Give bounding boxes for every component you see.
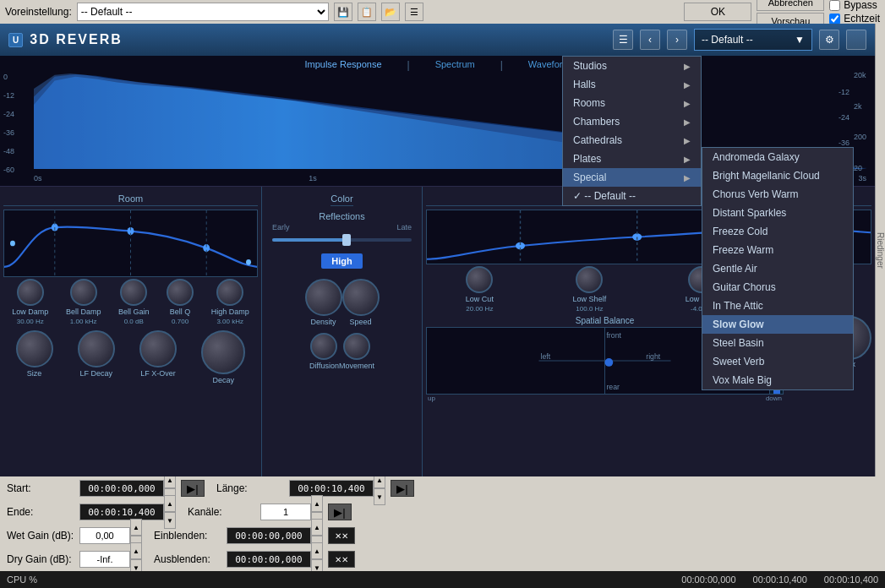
submenu-chorus-verb[interactable]: Chorus Verb Warm [702, 185, 853, 204]
voreinstellung-label: Voreinstellung: [5, 6, 72, 18]
wet-gain-input[interactable] [79, 527, 130, 544]
kanaele-transport-btn[interactable]: ▶| [328, 504, 352, 520]
laenge-transport-btn[interactable]: ▶| [391, 480, 414, 497]
high-damp-knob[interactable] [216, 279, 243, 306]
high-button[interactable]: High [321, 253, 362, 269]
size-label: Size [27, 369, 42, 378]
decay-container: Decay [201, 330, 245, 384]
einblenden-input[interactable] [227, 527, 311, 544]
movement-knob[interactable] [343, 333, 370, 360]
ausblenden-spin-up[interactable]: ▲ [311, 542, 323, 559]
einblenden-spin-up[interactable]: ▲ [311, 519, 323, 536]
submenu-bright-magellanic[interactable]: Bright Magellanic Cloud [702, 166, 853, 185]
submenu-freeze-cold[interactable]: Freeze Cold [702, 222, 853, 241]
kanaele-spin-up[interactable]: ▲ [311, 495, 323, 512]
density-knob[interactable] [305, 279, 342, 316]
low-shelf-knob[interactable] [576, 266, 603, 293]
laenge-input[interactable] [289, 480, 374, 497]
submenu-distant-sparkles[interactable]: Distant Sparkles [702, 204, 853, 222]
submenu-gentle-air[interactable]: Gentle Air [702, 259, 853, 278]
svg-text:rear: rear [606, 383, 620, 391]
density-speed-row: Density Speed [305, 279, 380, 326]
menu-header-btn[interactable]: ☰ [613, 30, 633, 50]
cpu-label: CPU % [7, 574, 37, 585]
submenu-andromeda[interactable]: Andromeda Galaxy [702, 148, 853, 166]
dropdown-special[interactable]: Special▶ [563, 168, 701, 187]
einblenden-icon-btn[interactable]: ✕✕ [328, 527, 355, 544]
dry-gain-spin-up[interactable]: ▲ [130, 542, 142, 559]
dropdown-default[interactable]: ✓ -- Default -- [563, 187, 701, 205]
dry-gain-input[interactable] [79, 551, 130, 568]
submenu-guitar-chorus[interactable]: Guitar Chorus [702, 278, 853, 297]
abbrechen-button[interactable]: Abbrechen [757, 0, 824, 11]
save-as-button[interactable]: 📋 [358, 3, 376, 21]
echtzeit-checkbox[interactable] [829, 14, 840, 24]
bell-q-knob[interactable] [167, 279, 194, 306]
tab-spectrum[interactable]: Spectrum [435, 59, 475, 71]
dropdown-cathedrals[interactable]: Cathedrals▶ [563, 131, 701, 150]
ok-button[interactable]: OK [684, 3, 751, 21]
svg-point-23 [605, 358, 614, 367]
low-damp-knob[interactable] [17, 279, 44, 306]
menu-button[interactable]: ☰ [405, 3, 423, 21]
submenu-freeze-warm[interactable]: Freeze Warm [702, 241, 853, 259]
dropdown-chambers[interactable]: Chambers▶ [563, 112, 701, 131]
kanaele-input[interactable] [260, 504, 311, 520]
reflections-slider[interactable] [272, 238, 412, 242]
lf-decay-container: LF Decay [78, 330, 115, 384]
diffusion-container: Diffusion [309, 333, 339, 370]
dropdown-halls[interactable]: Halls▶ [563, 75, 701, 94]
room-header: Room [3, 190, 258, 206]
reflections-label: Reflections [272, 211, 412, 221]
tab-impulse-response[interactable]: Impulse Response [304, 59, 381, 71]
dropdown-plates[interactable]: Plates▶ [563, 150, 701, 168]
load-button[interactable]: 📂 [381, 3, 400, 21]
ausblenden-input[interactable] [227, 551, 311, 568]
bell-damp-container: Bell Damp 1.00 kHz [66, 279, 101, 325]
color-section: Color Reflections Early Late [262, 187, 423, 476]
bell-gain-container: Bell Gain 0.0 dB [118, 279, 150, 325]
lf-decay-knob[interactable] [78, 330, 115, 368]
prev-preset-btn[interactable]: ‹ [640, 30, 660, 50]
start-input[interactable] [79, 480, 164, 497]
low-cut-label: Low Cut [466, 295, 494, 303]
power-btn[interactable] [846, 30, 866, 50]
submenu-sweet-verb[interactable]: Sweet Verb [702, 352, 853, 371]
ausblenden-icon-btn[interactable]: ✕✕ [328, 551, 355, 568]
lf-xover-knob[interactable] [139, 330, 177, 368]
start-transport-btn[interactable]: ▶| [181, 480, 205, 497]
bell-damp-knob[interactable] [70, 279, 97, 306]
ende-input[interactable] [79, 504, 164, 520]
eq-knobs-row: Low Damp 30.00 Hz Bell Damp 1.00 kHz Bel… [3, 279, 258, 325]
diffusion-knob[interactable] [310, 333, 337, 360]
ende-spin-up[interactable]: ▲ [164, 495, 176, 512]
save-button[interactable]: 💾 [334, 3, 352, 21]
preset-select[interactable]: -- Default -- [77, 3, 329, 21]
dropdown-rooms[interactable]: Rooms▶ [563, 94, 701, 112]
eq-display [3, 210, 258, 277]
low-cut-knob[interactable] [466, 266, 493, 293]
submenu-steel-basin[interactable]: Steel Basin [702, 334, 853, 352]
settings-btn[interactable]: ⚙ [819, 30, 839, 50]
next-preset-btn[interactable]: › [667, 30, 687, 50]
submenu-in-the-attic[interactable]: In The Attic [702, 297, 853, 315]
special-submenu: Andromeda Galaxy Bright Magellanic Cloud… [702, 147, 854, 390]
preset-dropdown[interactable]: -- Default -- ▼ [694, 29, 812, 51]
wet-gain-spin-up[interactable]: ▲ [130, 519, 142, 536]
movement-container: Movement [339, 333, 374, 370]
svg-text:left: left [540, 352, 550, 361]
bottom-section: Start: ▲ ▼ ▶| Länge: ▲ ▼ ▶| Ende: [0, 476, 885, 571]
submenu-vox-male-big[interactable]: Vox Male Big [702, 371, 853, 389]
dropdown-studios[interactable]: Studios▶ [563, 57, 701, 75]
size-container: Size [16, 330, 53, 384]
low-damp-label: Low Damp [12, 308, 48, 316]
decay-knob[interactable] [201, 330, 245, 374]
size-knob[interactable] [16, 330, 53, 368]
submenu-slow-glow[interactable]: Slow Glow [702, 315, 853, 334]
svg-text:front: front [606, 331, 621, 340]
svg-text:right: right [646, 352, 661, 361]
bell-gain-knob[interactable] [120, 279, 147, 306]
speed-knob[interactable] [342, 279, 380, 316]
lf-xover-container: LF X-Over [139, 330, 177, 384]
bypass-checkbox[interactable] [829, 0, 840, 11]
